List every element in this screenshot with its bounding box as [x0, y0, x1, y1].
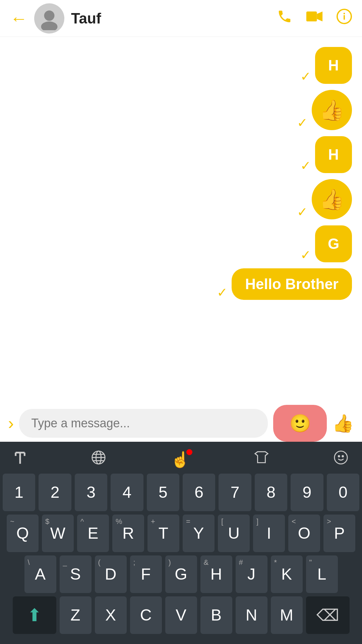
- key-s[interactable]: _S: [60, 555, 92, 593]
- read-receipt: ✓: [217, 285, 228, 300]
- read-receipt: ✓: [300, 248, 311, 262]
- key-6[interactable]: 6: [183, 474, 215, 511]
- key-y[interactable]: =Y: [183, 515, 215, 552]
- key-n[interactable]: N: [236, 596, 267, 634]
- contact-name: Tauf: [71, 10, 277, 27]
- emoji-send-button[interactable]: 🙂: [273, 405, 327, 442]
- message-row: ✓ H: [300, 47, 352, 84]
- thumbs-send-button[interactable]: 👍: [332, 413, 354, 434]
- key-1[interactable]: 1: [3, 474, 35, 511]
- key-z[interactable]: Z: [60, 596, 92, 634]
- thumbs-bubble: 👍: [312, 90, 352, 130]
- emoji-icon: 🙂: [289, 413, 311, 434]
- svg-point-0: [44, 10, 55, 21]
- message-row: ✓ Hello Brother: [217, 268, 352, 300]
- key-k[interactable]: *K: [271, 555, 303, 593]
- back-button[interactable]: ←: [10, 10, 27, 27]
- key-g[interactable]: )G: [165, 555, 197, 593]
- globe-icon[interactable]: [91, 450, 106, 469]
- key-e[interactable]: ^E: [77, 515, 109, 552]
- key-j[interactable]: #J: [236, 555, 267, 593]
- svg-point-16: [335, 451, 347, 464]
- key-q[interactable]: ~Q: [7, 515, 39, 552]
- key-o[interactable]: <O: [288, 515, 320, 552]
- message-row: ✓ H: [300, 136, 352, 173]
- key-3[interactable]: 3: [75, 474, 107, 511]
- header: ← Tauf: [0, 0, 362, 37]
- smiley-icon[interactable]: [333, 450, 349, 469]
- keyboard-toolbar: ☝: [0, 445, 362, 474]
- chat-area: ✓ H ✓ 👍 ✓ H ✓ 👍 ✓ G ✓ Hello Brother: [0, 37, 362, 405]
- thumbs-icon: 👍: [332, 414, 354, 433]
- read-receipt: ✓: [300, 69, 311, 84]
- keyboard: ☝ 1 2 3 4 5 6 7 8 9 0: [0, 442, 362, 644]
- message-bubble: H: [315, 47, 352, 84]
- read-receipt: ✓: [297, 205, 308, 219]
- message-row: ✓ 👍: [297, 90, 352, 130]
- key-5[interactable]: 5: [147, 474, 179, 511]
- key-4[interactable]: 4: [111, 474, 143, 511]
- info-button[interactable]: [337, 9, 352, 28]
- asdf-row: \A _S (D ;F )G &H #J *K "L: [3, 555, 359, 593]
- message-row: ✓ 👍: [297, 179, 352, 219]
- key-u[interactable]: [U: [218, 515, 250, 552]
- shirt-icon[interactable]: [254, 450, 269, 469]
- qwerty-row: ~Q $W ^E %R +T =Y [U ]I <O >P: [3, 515, 359, 552]
- header-icons: [277, 9, 352, 28]
- zxcv-row: ⬆ Z X C V B N M ⌫: [3, 596, 359, 634]
- read-receipt: ✓: [300, 158, 311, 173]
- key-0[interactable]: 0: [327, 474, 359, 511]
- svg-point-17: [338, 455, 340, 457]
- key-t[interactable]: +T: [147, 515, 179, 552]
- key-7[interactable]: 7: [219, 474, 251, 511]
- key-r[interactable]: %R: [112, 515, 144, 552]
- svg-rect-2: [306, 11, 317, 21]
- key-b[interactable]: B: [200, 596, 232, 634]
- video-button[interactable]: [306, 9, 323, 28]
- message-input[interactable]: [19, 409, 268, 438]
- key-c[interactable]: C: [130, 596, 162, 634]
- key-8[interactable]: 8: [255, 474, 287, 511]
- key-m[interactable]: M: [271, 596, 303, 634]
- key-l[interactable]: "L: [306, 555, 338, 593]
- key-f[interactable]: ;F: [130, 555, 162, 593]
- svg-point-6: [344, 13, 345, 14]
- key-p[interactable]: >P: [323, 515, 355, 552]
- message-bubble: G: [315, 225, 352, 262]
- key-h[interactable]: &H: [200, 555, 232, 593]
- key-v[interactable]: V: [165, 596, 197, 634]
- expand-button[interactable]: ›: [8, 413, 14, 433]
- key-d[interactable]: (D: [95, 555, 127, 593]
- shift-key[interactable]: ⬆: [13, 596, 56, 634]
- thumbs-bubble: 👍: [312, 179, 352, 219]
- svg-marker-3: [317, 11, 322, 21]
- text-style-icon[interactable]: [13, 450, 27, 469]
- delete-key[interactable]: ⌫: [306, 596, 350, 634]
- svg-rect-5: [344, 15, 345, 19]
- message-row: ✓ G: [300, 225, 352, 262]
- message-bubble-text: Hello Brother: [232, 268, 352, 300]
- svg-point-1: [41, 21, 58, 30]
- avatar: [34, 3, 64, 34]
- key-9[interactable]: 9: [291, 474, 323, 511]
- key-w[interactable]: $W: [42, 515, 74, 552]
- input-area: › 🙂 👍: [0, 405, 362, 442]
- key-2[interactable]: 2: [39, 474, 71, 511]
- key-i[interactable]: ]I: [253, 515, 285, 552]
- gesture-icon[interactable]: ☝: [171, 450, 190, 469]
- key-a[interactable]: \A: [24, 555, 56, 593]
- svg-point-18: [342, 455, 344, 457]
- number-row: 1 2 3 4 5 6 7 8 9 0: [3, 474, 359, 511]
- key-x[interactable]: X: [95, 596, 127, 634]
- messages-container: ✓ H ✓ 👍 ✓ H ✓ 👍 ✓ G ✓ Hello Brother: [10, 44, 352, 300]
- keyboard-rows: 1 2 3 4 5 6 7 8 9 0 ~Q $W ^E %R +T =Y [U…: [0, 474, 362, 634]
- message-bubble: H: [315, 136, 352, 173]
- read-receipt: ✓: [297, 115, 308, 130]
- call-button[interactable]: [277, 9, 292, 28]
